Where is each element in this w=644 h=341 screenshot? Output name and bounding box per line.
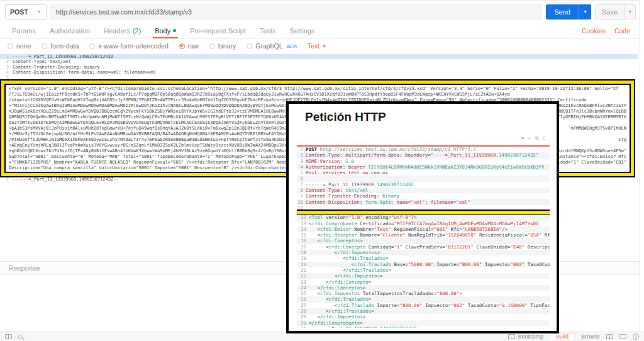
- two-pane-icon[interactable]: [606, 334, 613, 339]
- sidebar-toggle-icon[interactable]: [5, 334, 12, 339]
- line-number: 6: [297, 176, 306, 181]
- http-code-line: 23 </cfdi:Concepto>: [297, 279, 550, 285]
- row-middle: [618, 86, 626, 92]
- line-number: 21: [300, 267, 309, 273]
- monitor-icon: [508, 334, 515, 339]
- http-code-line: 5Host: services.test.sw.com.mx: [297, 170, 550, 176]
- code-link[interactable]: Code: [614, 27, 630, 35]
- build-button[interactable]: Build: [550, 333, 575, 340]
- mode-graphql[interactable]: GraphQLBETA: [247, 42, 297, 50]
- url-input[interactable]: http://services.test.sw.com.mx/cfdi33/st…: [50, 4, 542, 20]
- editor-line: 5: [0, 75, 638, 80]
- line-number: 8: [297, 187, 306, 193]
- send-button[interactable]: Send ▼: [546, 4, 591, 20]
- tab-body[interactable]: Body: [148, 23, 183, 38]
- line-number: 27: [300, 303, 309, 308]
- wrap-icon: ≡: [521, 135, 525, 142]
- send-options-caret[interactable]: ▼: [579, 4, 591, 20]
- mode-label: form-data: [50, 42, 79, 50]
- send-label: Send: [546, 4, 579, 20]
- mode-label: none: [16, 42, 31, 50]
- tab-headers[interactable]: Headers(2): [97, 23, 148, 38]
- line-number: 20: [300, 262, 309, 267]
- browse-button[interactable]: Browse: [581, 333, 600, 340]
- line-text: <cfdi:Conceptos>: [309, 238, 550, 243]
- radio-icon: [179, 43, 185, 49]
- line-text: Content-Disposition: form-data; name="xm…: [306, 199, 550, 205]
- http-code-line: 4Authorization: bearer T2lYQ0t4L0RHVkR4d…: [297, 164, 550, 170]
- cookies-link[interactable]: Cookies: [582, 27, 606, 35]
- line-text: [306, 176, 550, 181]
- bootcamp-button[interactable]: Bootcamp: [508, 333, 543, 340]
- mode-form-data[interactable]: form-data: [42, 42, 79, 50]
- http-code-line: 7------=_Part_11_11939969.1490230712432: [297, 182, 550, 187]
- radio-icon: [247, 43, 252, 49]
- row-left: XJ0aW51ekBzYXQuZ29iLm14MR0wGwYDVQQJDBQzc…: [9, 109, 176, 115]
- line-number: 12: [300, 215, 309, 220]
- editor-line: 4Content-Disposition: form-data; name=xm…: [0, 70, 638, 75]
- line-text: <cfdi:Impuestos TotalImpuestosTrasladado…: [309, 291, 550, 296]
- overlay-title: Petición HTTP: [305, 110, 557, 124]
- search-icon[interactable]: [18, 335, 23, 339]
- http-code-line: 25 <cfdi:Impuestos TotalImpuestosTraslad…: [297, 291, 550, 296]
- method-select[interactable]: POST ▼: [5, 4, 47, 20]
- mode-raw[interactable]: raw: [179, 42, 199, 50]
- response-label: Response: [9, 264, 40, 272]
- line-number: 16: [300, 238, 309, 243]
- tab-label: Headers: [104, 27, 130, 35]
- row-left: +pAJb53PsMVVAj81JoPUis1h0AlxuMHhI8TxpGmw…: [9, 126, 176, 131]
- tab-pre-request-script[interactable]: Pre-request Script: [183, 23, 253, 38]
- mode-binary[interactable]: binary: [209, 42, 236, 50]
- line-number: 7: [297, 182, 306, 187]
- http-code-line: 20 <cfdi:Traslado Base="5000.00" Importe…: [297, 262, 550, 267]
- mode-label: raw: [188, 42, 199, 50]
- help-glyph: ?: [635, 335, 637, 339]
- line-number: 5: [0, 75, 13, 80]
- chevron-down-icon: ▼: [37, 9, 42, 14]
- http-code-line: 9Content-Transfer-Encoding: binary: [297, 193, 550, 199]
- line-text: <cfdi:Traslados>: [309, 296, 550, 302]
- radio-icon: [8, 43, 13, 49]
- line-text: MIME-Version: 1.0: [306, 159, 550, 164]
- tab-tests[interactable]: Tests: [253, 23, 283, 38]
- mode-x-www-form-urlencoded[interactable]: x-www-form-urlencoded: [89, 42, 168, 50]
- tab-params[interactable]: Params: [5, 23, 43, 38]
- xml-wrapped-row: <?xml version="1.0" encoding="utf-8"?><c…: [9, 86, 626, 92]
- line-text: <cfdi:Receptor Nombre="Cliente" NumRegId…: [309, 232, 550, 238]
- open-icon: ⧉: [535, 135, 538, 142]
- help-icon[interactable]: ?: [633, 333, 639, 340]
- tab-authorization[interactable]: Authorization: [43, 23, 97, 38]
- line-number: 17: [300, 244, 309, 250]
- line-text: </cfdi:Impuestos>: [309, 314, 550, 320]
- line-number: 13: [300, 221, 309, 226]
- mode-none[interactable]: none: [8, 42, 31, 50]
- save-button[interactable]: Save ▼: [595, 4, 636, 20]
- tab-badge: (2): [133, 27, 141, 35]
- line-text: [306, 205, 550, 211]
- tab-settings[interactable]: Settings: [283, 23, 322, 38]
- tab-label: Authorization: [50, 27, 90, 35]
- save-options-caret[interactable]: ▼: [624, 5, 635, 19]
- row-left: OSzY3MTIyOE1DTE5MUjA1MR0wGwYDVQQLExRLQVJ…: [9, 120, 176, 126]
- line-text: ------=_Part_11_11939969.1490230712432: [306, 182, 550, 187]
- line-text: <cfdi:Concepto Cantidad="1" ClaveProdSer…: [309, 244, 550, 250]
- row-left: ="MIIFijCCA3KgAwIBAgIUMzAwMDEwMDAwMDA0MD…: [9, 103, 260, 109]
- line-number: 14: [300, 226, 309, 232]
- http-code-line: 27 <cfdi:Traslado Importe="800.00" Impue…: [297, 303, 550, 308]
- line-text: </cfdi:Impuestos>: [309, 273, 550, 279]
- line-number: 2: [0, 59, 13, 64]
- body-mode-row: noneform-datax-www-form-urlencodedrawbin…: [0, 39, 640, 53]
- row-right: ITg: [618, 137, 626, 143]
- line-text: [13, 75, 638, 80]
- line-number: 22: [300, 273, 309, 279]
- console-icon[interactable]: [619, 334, 626, 339]
- raw-type-select[interactable]: Text▼: [308, 42, 326, 50]
- radio-icon: [42, 43, 47, 49]
- app-window: { "request_bar": { "method": "POST", "ur…: [0, 0, 644, 341]
- xml-wrapped-row: /TJiL7G9eUi/wjIEaizfPOccdK5+TbPt61WdFsgv…: [9, 92, 626, 98]
- http-code-line: 16 <cfdi:Conceptos>: [297, 238, 550, 243]
- http-code-line: 3MIME-Version: 1.0: [297, 159, 550, 164]
- line-number: 9: [297, 193, 306, 199]
- http-code-line: 17 <cfdi:Concepto Cantidad="1" ClaveProd…: [297, 244, 550, 250]
- line-number: 24: [300, 285, 309, 291]
